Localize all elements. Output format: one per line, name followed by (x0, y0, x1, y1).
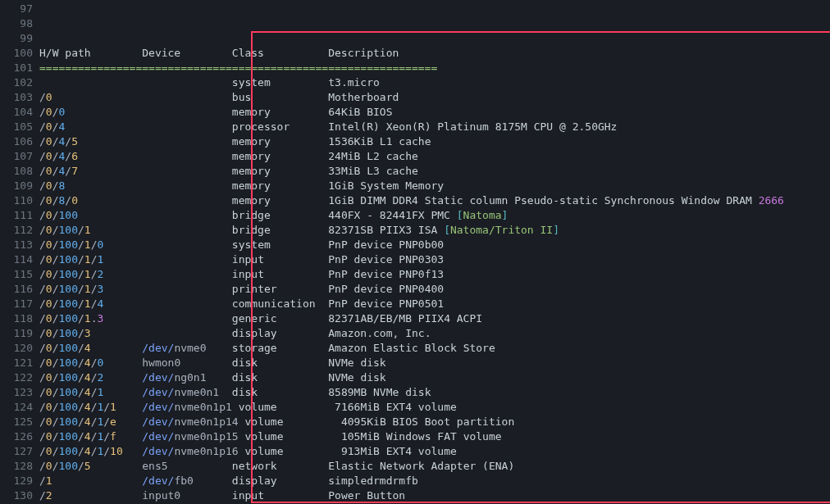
code-line: /0/100/4 /dev/nvme0 storage Amazon Elast… (39, 341, 784, 356)
code-editor: 9798991001011021031041051061071081091101… (0, 0, 830, 504)
line-number: 122 (0, 370, 33, 385)
code-content[interactable]: H/W path Device Class Description=======… (39, 0, 784, 504)
code-line: /0/100/1/2 input PnP device PNP0f13 (39, 267, 784, 282)
code-line: /0/100/5 ens5 network Elastic Network Ad… (39, 459, 784, 474)
line-number: 116 (0, 282, 33, 297)
code-line: /0/8/0 memory 1GiB DIMM DDR4 Static colu… (39, 193, 784, 208)
line-number: 127 (0, 444, 33, 459)
line-number: 130 (0, 488, 33, 503)
line-number: 118 (0, 311, 33, 326)
line-number: 120 (0, 341, 33, 356)
code-line: /0/100/1 bridge 82371SB PIIX3 ISA [Natom… (39, 223, 784, 238)
line-number: 107 (0, 149, 33, 164)
code-line: /0/8 memory 1GiB System Memory (39, 179, 784, 193)
line-number: 102 (0, 75, 33, 90)
code-line: /2 input0 input Power Button (39, 488, 784, 503)
line-number: 113 (0, 238, 33, 252)
line-number: 125 (0, 415, 33, 429)
code-line: ========================================… (39, 61, 784, 75)
code-line: /1 /dev/fb0 display simpledrmdrmfb (39, 474, 784, 488)
code-line: /0/0 memory 64KiB BIOS (39, 105, 784, 120)
line-number: 105 (0, 120, 33, 134)
line-number: 121 (0, 356, 33, 370)
code-line: /0/100/1/4 communication PnP device PNP0… (39, 297, 784, 311)
line-number: 128 (0, 459, 33, 474)
code-line: /0/100/1/3 printer PnP device PNP0400 (39, 282, 784, 297)
line-number: 110 (0, 193, 33, 208)
line-number: 97 (0, 2, 33, 16)
line-number: 112 (0, 223, 33, 238)
code-line: /0/100/1.3 generic 82371AB/EB/MB PIIX4 A… (39, 311, 784, 326)
line-number: 115 (0, 267, 33, 282)
line-number: 124 (0, 400, 33, 415)
line-number: 104 (0, 105, 33, 120)
line-number: 126 (0, 429, 33, 444)
line-number: 111 (0, 208, 33, 223)
code-line: /0/100 bridge 440FX - 82441FX PMC [Natom… (39, 208, 784, 223)
line-number: 100 (0, 46, 33, 61)
code-line: /0/100/4/1/10 /dev/nvme0n1p16 volume 913… (39, 444, 784, 459)
line-number-gutter: 9798991001011021031041051061071081091101… (0, 0, 39, 504)
code-line: /0/4/5 memory 1536KiB L1 cache (39, 134, 784, 149)
line-number: 108 (0, 164, 33, 179)
code-line: /0/100/4/0 hwmon0 disk NVMe disk (39, 356, 784, 370)
line-number: 101 (0, 61, 33, 75)
code-line: system t3.micro (39, 75, 784, 90)
code-line: /0/100/4/1/1 /dev/nvme0n1p1 volume 7166M… (39, 400, 784, 415)
code-line: H/W path Device Class Description (39, 46, 784, 61)
line-number: 119 (0, 326, 33, 341)
code-line: /0/4 processor Intel(R) Xeon(R) Platinum… (39, 120, 784, 134)
code-line: /0/100/4/1/f /dev/nvme0n1p15 volume 105M… (39, 429, 784, 444)
line-number: 117 (0, 297, 33, 311)
line-number: 114 (0, 252, 33, 267)
code-line: /0/4/7 memory 33MiB L3 cache (39, 164, 784, 179)
line-number: 123 (0, 385, 33, 400)
line-number: 106 (0, 134, 33, 149)
line-number: 103 (0, 90, 33, 105)
code-line: /0/100/1/0 system PnP device PNP0b00 (39, 238, 784, 252)
line-number: 129 (0, 474, 33, 488)
code-line: /0/100/4/1/e /dev/nvme0n1p14 volume 4095… (39, 415, 784, 429)
code-line: /0 bus Motherboard (39, 90, 784, 105)
line-number: 98 (0, 16, 33, 31)
code-line: /0/100/1/1 input PnP device PNP0303 (39, 252, 784, 267)
code-line: /0/4/6 memory 24MiB L2 cache (39, 149, 784, 164)
line-number: 99 (0, 31, 33, 46)
code-line: /0/100/4/2 /dev/ng0n1 disk NVMe disk (39, 370, 784, 385)
line-number: 109 (0, 179, 33, 193)
code-line: /0/100/3 display Amazon.com, Inc. (39, 326, 784, 341)
code-line: /0/100/4/1 /dev/nvme0n1 disk 8589MB NVMe… (39, 385, 784, 400)
